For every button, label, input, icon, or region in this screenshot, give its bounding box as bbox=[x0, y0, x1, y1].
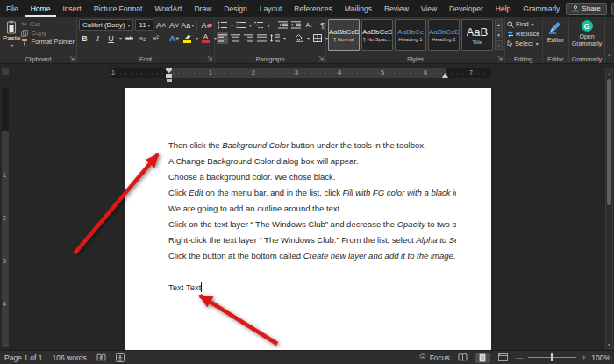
horizontal-ruler[interactable]: 11234567 bbox=[110, 68, 491, 78]
copy-button[interactable]: Copy bbox=[21, 29, 75, 37]
align-left-button[interactable] bbox=[217, 32, 228, 44]
font-size-combo[interactable]: 11▾ bbox=[135, 19, 154, 31]
shading-button[interactable] bbox=[293, 32, 304, 44]
styles-scroll-up-button[interactable]: ▲ bbox=[495, 19, 503, 29]
borders-button[interactable] bbox=[311, 32, 323, 44]
scrollbar-thumb[interactable] bbox=[607, 79, 611, 205]
tab-picture-format[interactable]: Picture Format bbox=[88, 0, 149, 17]
vertical-ruler[interactable]: 1234 bbox=[2, 88, 9, 347]
format-painter-button[interactable]: Format Painter bbox=[21, 38, 75, 46]
bullet-list-button[interactable] bbox=[217, 19, 228, 31]
multilevel-list-button[interactable] bbox=[253, 19, 265, 31]
increase-indent-button[interactable] bbox=[290, 19, 302, 31]
style-card-heading-1[interactable]: AaBbCcHeading 1 bbox=[395, 19, 426, 51]
zoom-slider-thumb[interactable] bbox=[551, 353, 553, 361]
tab-insert[interactable]: Insert bbox=[56, 0, 87, 17]
tab-review[interactable]: Review bbox=[378, 0, 415, 17]
scroll-up-button[interactable]: ▲ bbox=[606, 69, 612, 77]
tab-wordart[interactable]: WordArt bbox=[148, 0, 188, 17]
underline-caret[interactable]: ▾ bbox=[119, 35, 122, 41]
strikethrough-button[interactable]: ab bbox=[124, 32, 135, 44]
paste-button[interactable]: Paste ▾ bbox=[2, 18, 21, 53]
numbered-list-button[interactable] bbox=[235, 19, 246, 31]
open-grammarly-button[interactable]: G Open Grammarly bbox=[571, 20, 602, 47]
shading-caret[interactable]: ▾ bbox=[307, 35, 310, 41]
tab-mailings[interactable]: Mailings bbox=[339, 0, 378, 17]
tab-home[interactable]: Home bbox=[25, 0, 57, 17]
sort-button[interactable]: A↓ bbox=[303, 19, 315, 31]
cut-button[interactable]: ✂ Cut bbox=[21, 20, 75, 28]
select-button[interactable]: Select▾ bbox=[507, 39, 540, 47]
hanging-indent-marker[interactable] bbox=[167, 79, 172, 82]
zoom-out-button[interactable]: — bbox=[516, 353, 524, 362]
vertical-scrollbar[interactable]: ▲ ▼ bbox=[605, 68, 613, 349]
text-effects-button[interactable]: A▾ bbox=[168, 32, 180, 44]
document-last-line[interactable]: Text Text bbox=[168, 282, 456, 294]
superscript-button[interactable]: x² bbox=[150, 32, 161, 44]
accessibility-status-icon[interactable] bbox=[116, 353, 125, 362]
editor-button[interactable]: Editor bbox=[547, 20, 565, 44]
font-name-combo[interactable]: Calibri (Body)▾ bbox=[79, 19, 133, 31]
line-spacing-button[interactable] bbox=[269, 32, 281, 44]
bullet-caret[interactable]: ▾ bbox=[231, 22, 233, 28]
numbered-caret[interactable]: ▾ bbox=[249, 22, 252, 28]
justify-button[interactable] bbox=[256, 32, 268, 44]
highlight-button[interactable] bbox=[182, 32, 193, 44]
document-line[interactable]: Then click the Background Color button u… bbox=[168, 138, 456, 153]
shrink-font-button[interactable]: A˅ bbox=[168, 19, 180, 31]
document-line[interactable]: Choose a background color. We chose blac… bbox=[168, 169, 456, 185]
style-card--no-spac-[interactable]: AaBbCcDc¶ No Spac... bbox=[361, 19, 393, 51]
tab-developer[interactable]: Developer bbox=[443, 0, 489, 17]
document-line[interactable]: We are going to add an outline around th… bbox=[168, 201, 456, 217]
zoom-level[interactable]: 100% bbox=[591, 353, 610, 362]
tab-draw[interactable]: Draw bbox=[188, 0, 218, 17]
word-count[interactable]: 106 words bbox=[52, 353, 86, 362]
find-button[interactable]: Find▾ bbox=[507, 20, 540, 28]
tab-design[interactable]: Design bbox=[218, 0, 253, 17]
left-indent-marker[interactable] bbox=[166, 74, 172, 78]
change-case-button[interactable]: Aa▾ bbox=[182, 19, 193, 31]
decrease-indent-button[interactable] bbox=[277, 19, 289, 31]
tab-view[interactable]: View bbox=[415, 0, 443, 17]
subscript-button[interactable]: x₂ bbox=[137, 32, 148, 44]
share-button[interactable]: Share bbox=[566, 3, 606, 15]
italic-button[interactable]: I bbox=[92, 32, 104, 44]
focus-mode-button[interactable]: Focus bbox=[418, 353, 450, 362]
paste-dropdown-caret[interactable]: ▾ bbox=[11, 42, 13, 48]
replace-button[interactable]: Replace bbox=[507, 30, 540, 38]
document-line[interactable]: Click the button at the bottom called Cr… bbox=[168, 248, 456, 264]
zoom-slider[interactable] bbox=[528, 353, 576, 361]
multilevel-caret[interactable]: ▾ bbox=[268, 22, 270, 28]
styles-dialog-launcher[interactable]: ⇲ bbox=[497, 55, 503, 62]
align-center-button[interactable] bbox=[230, 32, 241, 44]
highlight-caret[interactable]: ▾ bbox=[196, 35, 198, 41]
zoom-in-button[interactable]: + bbox=[582, 353, 586, 362]
clipboard-dialog-launcher[interactable]: ⇲ bbox=[69, 55, 75, 62]
styles-scroll-down-button[interactable]: ▼ bbox=[495, 30, 503, 39]
style-card-heading-2[interactable]: AaBbCcDHeading 2 bbox=[428, 19, 460, 51]
collapse-ribbon-button[interactable]: ⌃ bbox=[605, 17, 614, 63]
grow-font-button[interactable]: A˄ bbox=[155, 19, 167, 31]
line-spacing-caret[interactable]: ▾ bbox=[283, 35, 286, 41]
page-indicator[interactable]: Page 1 of 1 bbox=[4, 353, 42, 362]
styles-gallery-expand-button[interactable]: ▿ bbox=[495, 40, 503, 50]
tab-layout[interactable]: Layout bbox=[253, 0, 289, 17]
clear-formatting-button[interactable]: A bbox=[201, 19, 212, 31]
document-line[interactable]: Right-click the text layer “ The Windows… bbox=[168, 232, 456, 248]
style-card--normal[interactable]: AaBbCcDc¶ Normal bbox=[328, 19, 360, 51]
read-mode-button[interactable] bbox=[455, 353, 470, 363]
paragraph-dialog-launcher[interactable]: ⇲ bbox=[318, 55, 324, 62]
style-card-title[interactable]: AaBTitle bbox=[461, 19, 493, 51]
font-dialog-launcher[interactable]: ⇲ bbox=[207, 55, 212, 62]
document-text[interactable]: Then click the Background Color button u… bbox=[125, 88, 491, 264]
underline-button[interactable]: U bbox=[105, 32, 117, 44]
document-line[interactable]: A Change Background Color dialog box wil… bbox=[168, 153, 456, 169]
document-page[interactable]: Then click the Background Color button u… bbox=[125, 88, 491, 350]
bold-button[interactable]: B bbox=[79, 32, 90, 44]
web-layout-button[interactable] bbox=[496, 353, 510, 363]
document-line[interactable]: Click on the text layer “ The Windows Cl… bbox=[168, 217, 456, 232]
tab-help[interactable]: Help bbox=[489, 0, 517, 17]
tab-references[interactable]: References bbox=[288, 0, 338, 17]
document-line[interactable]: Click Edit on the menu bar, and in the l… bbox=[168, 185, 456, 201]
print-layout-button[interactable] bbox=[475, 353, 490, 363]
